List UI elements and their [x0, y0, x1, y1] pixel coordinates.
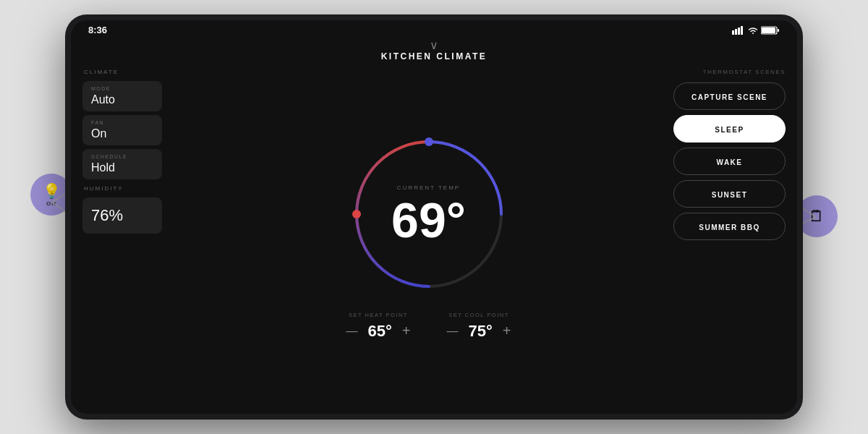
- fan-label: FAN: [91, 120, 153, 125]
- screen-title: KITCHEN CLIMATE: [381, 51, 488, 61]
- sleep-scene-btn[interactable]: SLEEP: [673, 115, 786, 142]
- svg-point-13: [352, 210, 361, 218]
- climate-panel: CLIMATE MODE Auto FAN On SCHEDULE Hold: [82, 64, 191, 407]
- title-bar: ∨ KITCHEN CLIMATE: [71, 37, 797, 64]
- svg-rect-10: [778, 29, 779, 32]
- tablet-screen: 8:36: [71, 20, 797, 414]
- svg-rect-9: [762, 27, 775, 33]
- humidity-section-label: HUMIDITY: [82, 185, 191, 192]
- setpoints-container: SET HEAT POINT — 65° + SET COOL POINT —: [346, 312, 511, 341]
- mode-value: Auto: [91, 93, 153, 106]
- heat-setpoint-label: SET HEAT POINT: [349, 312, 408, 318]
- scenes-section-label: THERMOSTAT SCENES: [703, 69, 786, 75]
- tablet-device: 8:36: [65, 14, 803, 420]
- heat-setpoint: SET HEAT POINT — 65° +: [346, 312, 411, 341]
- chevron-down-icon[interactable]: ∨: [430, 38, 438, 52]
- wifi-icon: [748, 26, 758, 35]
- schedule-card[interactable]: SCHEDULE Hold: [82, 149, 162, 179]
- climate-section-label: CLIMATE: [82, 69, 191, 75]
- status-bar: 8:36: [71, 20, 797, 37]
- cool-setpoint-value: 75°: [469, 322, 493, 341]
- thermostat-dial[interactable]: CURRENT TEMP 69°: [339, 124, 519, 305]
- cool-setpoint-label: SET COOL POINT: [448, 312, 509, 318]
- svg-rect-5: [735, 29, 737, 35]
- signal-icon: [732, 26, 745, 35]
- mode-card[interactable]: MODE Auto: [82, 81, 162, 111]
- cool-plus-btn[interactable]: +: [503, 323, 511, 339]
- sunset-scene-btn[interactable]: SUNSET: [673, 180, 786, 208]
- wake-scene-label: WAKE: [717, 158, 743, 166]
- fan-card[interactable]: FAN On: [82, 115, 162, 145]
- heat-minus-btn[interactable]: —: [346, 325, 358, 338]
- schedule-label: SCHEDULE: [91, 154, 153, 159]
- status-icons: [732, 26, 780, 35]
- cool-minus-btn[interactable]: —: [447, 325, 459, 338]
- heat-plus-btn[interactable]: +: [402, 323, 411, 339]
- mode-label: MODE: [91, 86, 153, 91]
- humidity-card: 76%: [82, 197, 162, 234]
- sunset-scene-label: SUNSET: [712, 191, 748, 199]
- capture-scene-label: CAPTURE SCENE: [692, 93, 767, 101]
- status-time: 8:36: [88, 25, 107, 35]
- cool-setpoint: SET COOL POINT — 75° +: [447, 312, 511, 341]
- heat-setpoint-value: 65°: [368, 322, 392, 341]
- sleep-scene-label: SLEEP: [715, 126, 744, 134]
- svg-rect-6: [738, 27, 740, 35]
- svg-rect-4: [732, 30, 734, 35]
- current-temp-value: 69°: [391, 195, 466, 244]
- summer-bbq-scene-btn[interactable]: SUMMER BBQ: [673, 213, 786, 240]
- scenes-panel: THERMOSTAT SCENES CAPTURE SCENE SLEEP WA…: [666, 64, 786, 407]
- fan-value: On: [91, 127, 153, 140]
- svg-point-12: [425, 137, 433, 146]
- summer-bbq-scene-label: SUMMER BBQ: [699, 224, 760, 231]
- battery-icon: [761, 26, 780, 35]
- current-temp-label: CURRENT TEMP: [391, 184, 466, 190]
- humidity-value: 76%: [91, 206, 153, 225]
- wake-scene-btn[interactable]: WAKE: [673, 148, 786, 175]
- thermostat-panel: CURRENT TEMP 69° SET HEAT POINT — 65° +: [191, 64, 666, 407]
- svg-rect-7: [741, 26, 743, 35]
- capture-scene-btn[interactable]: CAPTURE SCENE: [673, 82, 786, 110]
- schedule-value: Hold: [91, 161, 153, 174]
